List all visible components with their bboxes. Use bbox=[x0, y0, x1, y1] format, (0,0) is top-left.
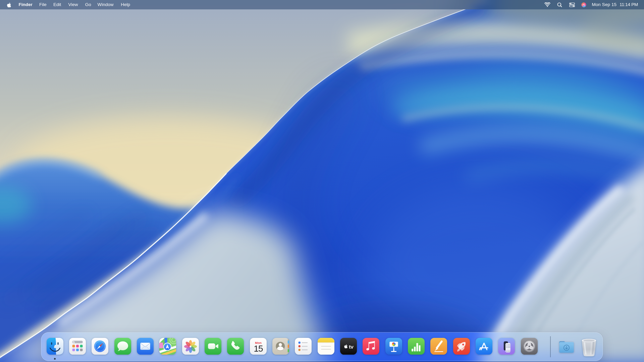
dock-item-games[interactable] bbox=[453, 338, 470, 355]
dock-item-pages[interactable] bbox=[430, 338, 447, 355]
menu-window[interactable]: Window bbox=[98, 0, 114, 9]
dock-item-system-settings[interactable] bbox=[521, 338, 538, 355]
appletv-icon: tv bbox=[340, 338, 357, 355]
phone-icon bbox=[227, 338, 244, 355]
dock-item-photos[interactable] bbox=[182, 338, 199, 355]
system-settings-icon bbox=[521, 338, 538, 355]
dock-divider bbox=[550, 336, 551, 357]
dock-item-finder[interactable] bbox=[47, 338, 63, 355]
dock-item-maps[interactable] bbox=[159, 338, 176, 355]
facetime-icon bbox=[205, 338, 221, 355]
notes-icon bbox=[318, 338, 334, 355]
contacts-icon bbox=[272, 338, 289, 355]
safari-icon bbox=[92, 338, 108, 355]
dock-item-phone[interactable] bbox=[227, 338, 244, 355]
music-icon bbox=[363, 338, 379, 355]
dock-item-messages[interactable] bbox=[114, 338, 131, 355]
menu-file[interactable]: File bbox=[39, 0, 47, 9]
clock-date: Mon Sep 15 bbox=[592, 2, 616, 7]
maps-icon bbox=[159, 338, 176, 355]
trash-icon bbox=[581, 338, 597, 356]
menu-bar: Finder File Edit View Go Window Help bbox=[0, 0, 644, 9]
svg-text:tv: tv bbox=[349, 344, 354, 350]
downloads-folder-icon bbox=[557, 338, 576, 355]
keynote-icon bbox=[385, 338, 402, 355]
dock-item-numbers[interactable] bbox=[408, 338, 425, 355]
wifi-icon[interactable] bbox=[544, 0, 550, 9]
reminders-icon bbox=[295, 338, 312, 355]
appstore-icon bbox=[476, 338, 492, 355]
menu-view[interactable]: View bbox=[68, 0, 78, 9]
dock-item-safari[interactable] bbox=[92, 338, 108, 355]
dock-item-trash[interactable] bbox=[581, 338, 597, 355]
dock-item-notes[interactable] bbox=[318, 338, 334, 355]
dock-item-downloads[interactable] bbox=[557, 338, 576, 355]
menu-help[interactable]: Help bbox=[121, 0, 130, 9]
pages-icon bbox=[430, 338, 447, 355]
spotlight-search-icon[interactable] bbox=[557, 0, 562, 9]
mail-icon bbox=[137, 338, 154, 355]
apps-launchpad-icon bbox=[69, 338, 86, 355]
control-center-icon[interactable] bbox=[569, 0, 575, 9]
desktop: Finder File Edit View Go Window Help bbox=[0, 0, 644, 362]
menu-go[interactable]: Go bbox=[85, 0, 91, 9]
svg-text:15: 15 bbox=[254, 344, 263, 354]
numbers-icon bbox=[408, 338, 425, 355]
dock-item-reminders[interactable] bbox=[295, 338, 312, 355]
dock-item-iphone-mirroring[interactable] bbox=[498, 338, 515, 355]
dock-item-appstore[interactable] bbox=[476, 338, 492, 355]
dock-item-tv[interactable]: tv bbox=[340, 338, 357, 355]
menu-edit[interactable]: Edit bbox=[53, 0, 61, 9]
apple-logo-icon bbox=[7, 2, 12, 8]
apple-menu[interactable] bbox=[7, 2, 12, 8]
menu-app-name[interactable]: Finder bbox=[19, 0, 33, 9]
wallpaper-image bbox=[0, 0, 644, 362]
messages-icon bbox=[114, 338, 131, 355]
dock-item-mail[interactable] bbox=[137, 338, 154, 355]
running-indicator-finder bbox=[54, 358, 56, 360]
clock-time: 11:14 PM bbox=[620, 2, 638, 7]
games-rocket-icon bbox=[453, 338, 470, 355]
dock-item-facetime[interactable] bbox=[205, 338, 221, 355]
dock-item-apps[interactable] bbox=[69, 338, 86, 355]
menu-bar-clock[interactable]: Mon Sep 1511:14 PM bbox=[592, 0, 638, 9]
dock-item-keynote[interactable] bbox=[385, 338, 402, 355]
dock-item-music[interactable] bbox=[363, 338, 379, 355]
dock-item-contacts[interactable] bbox=[272, 338, 289, 355]
siri-icon[interactable] bbox=[581, 0, 586, 9]
dock: Mon 15 bbox=[41, 332, 603, 361]
iphone-mirroring-icon bbox=[498, 338, 515, 355]
photos-icon bbox=[182, 338, 199, 355]
finder-icon bbox=[47, 338, 63, 355]
dock-item-calendar[interactable]: Mon 15 bbox=[250, 338, 267, 355]
calendar-icon: Mon 15 bbox=[250, 338, 267, 355]
